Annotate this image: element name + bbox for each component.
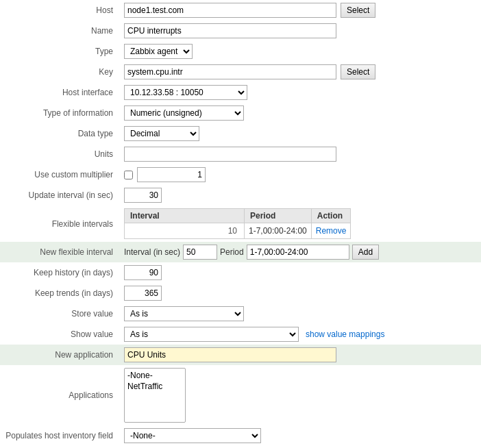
populates-host-select[interactable]: -None- bbox=[124, 428, 261, 443]
flexible-intervals-table: Interval Period Action 10 1-7,00:00-24:0… bbox=[124, 208, 351, 239]
host-select-button[interactable]: Select bbox=[341, 3, 375, 18]
key-select-button[interactable]: Select bbox=[341, 64, 375, 79]
remove-link[interactable]: Remove bbox=[316, 226, 347, 236]
key-input[interactable] bbox=[124, 64, 336, 79]
new-application-input[interactable] bbox=[124, 347, 336, 362]
store-value-label: Store value bbox=[0, 303, 120, 324]
keep-trends-input[interactable] bbox=[124, 286, 162, 301]
host-label: Host bbox=[0, 0, 120, 21]
keep-history-label: Keep history (in days) bbox=[0, 262, 120, 283]
data-type-select[interactable]: Decimal bbox=[124, 126, 199, 141]
new-application-label: New application bbox=[0, 345, 120, 365]
type-of-info-select[interactable]: Numeric (unsigned) bbox=[124, 105, 244, 121]
interval-col-header: Interval bbox=[125, 209, 245, 223]
period-label: Period bbox=[220, 247, 244, 257]
custom-multiplier-checkbox[interactable] bbox=[124, 171, 133, 179]
new-flexible-interval-label: New flexible interval bbox=[0, 242, 120, 262]
table-row: 10 1-7,00:00-24:00 Remove bbox=[125, 223, 351, 239]
host-input[interactable] bbox=[124, 3, 336, 18]
add-button[interactable]: Add bbox=[352, 245, 379, 260]
applications-label: Applications bbox=[0, 365, 120, 425]
applications-listbox[interactable]: -None- NetTraffic bbox=[124, 368, 186, 423]
key-label: Key bbox=[0, 62, 120, 82]
data-type-label: Data type bbox=[0, 123, 120, 144]
units-input[interactable] bbox=[124, 147, 336, 162]
new-period-input[interactable] bbox=[247, 245, 349, 260]
period-cell: 1-7,00:00-24:00 bbox=[245, 223, 312, 239]
interval-cell: 10 bbox=[125, 223, 245, 239]
use-custom-multiplier-label: Use custom multiplier bbox=[0, 164, 120, 185]
update-interval-label: Update interval (in sec) bbox=[0, 185, 120, 206]
new-flexible-interval-container: Interval (in sec) Period Add bbox=[124, 245, 477, 260]
name-label: Name bbox=[0, 21, 120, 41]
show-value-mappings-link[interactable]: show value mappings bbox=[306, 329, 384, 339]
host-interface-select[interactable]: 10.12.33.58 : 10050 bbox=[124, 85, 247, 100]
action-col-header: Action bbox=[311, 209, 351, 223]
show-value-label: Show value bbox=[0, 324, 120, 345]
type-select[interactable]: Zabbix agent bbox=[124, 44, 193, 59]
keep-trends-label: Keep trends (in days) bbox=[0, 283, 120, 303]
populates-host-label: Populates host inventory field bbox=[0, 425, 120, 446]
update-interval-input[interactable] bbox=[124, 188, 162, 203]
name-input[interactable] bbox=[124, 23, 336, 38]
flexible-intervals-label: Flexible intervals bbox=[0, 206, 120, 242]
type-label: Type bbox=[0, 41, 120, 62]
store-value-select[interactable]: As is Delta (speed per second) Delta (si… bbox=[124, 306, 244, 321]
units-label: Units bbox=[0, 144, 120, 164]
action-cell: Remove bbox=[311, 223, 351, 239]
type-of-info-label: Type of information bbox=[0, 103, 120, 123]
show-value-select[interactable]: As is bbox=[124, 327, 299, 342]
new-interval-input[interactable] bbox=[183, 245, 217, 260]
host-interface-label: Host interface bbox=[0, 82, 120, 103]
keep-history-input[interactable] bbox=[124, 265, 162, 280]
interval-in-sec-label: Interval (in sec) bbox=[124, 247, 180, 257]
multiplier-input[interactable] bbox=[137, 167, 206, 182]
period-col-header: Period bbox=[245, 209, 312, 223]
